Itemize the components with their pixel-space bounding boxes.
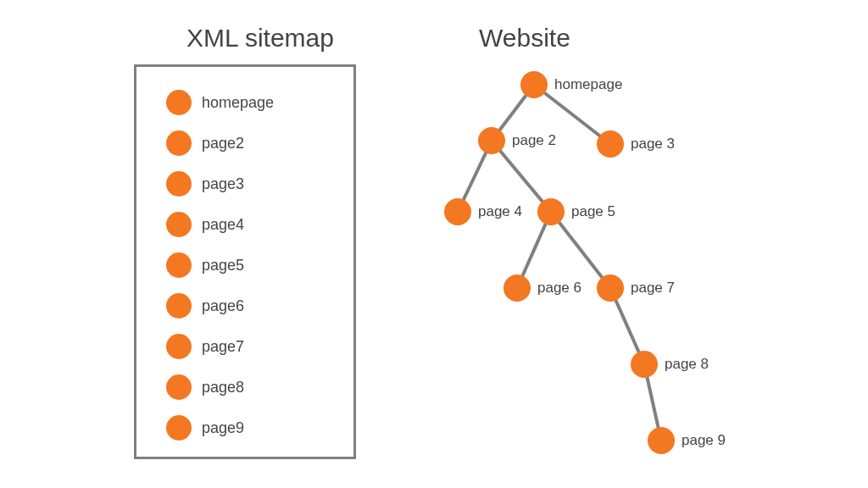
page-node-icon (166, 374, 192, 400)
list-item: page6 (166, 293, 244, 319)
page-node-icon (166, 415, 192, 441)
page-node-icon (166, 212, 192, 237)
list-item: page5 (166, 252, 244, 278)
tree-node-label: page 4 (478, 203, 522, 220)
list-item-label: page3 (202, 175, 244, 193)
tree-node-page4 (444, 198, 471, 225)
tree-node-label: page 2 (512, 132, 556, 149)
tree-node-page9 (648, 427, 675, 454)
list-item-label: page8 (202, 379, 244, 396)
tree-node-label: page 9 (682, 432, 726, 449)
list-item-label: page9 (202, 419, 244, 437)
tree-node-label: page 5 (571, 203, 615, 220)
list-item-label: page7 (202, 338, 244, 356)
tree-node-page8 (631, 351, 658, 378)
tree-node-label: homepage (554, 76, 622, 93)
list-item-label: homepage (202, 94, 274, 112)
tree-node-label: page 7 (631, 280, 675, 297)
tree-node-homepage (520, 71, 548, 98)
page-node-icon (166, 130, 192, 156)
diagram-stage: XML sitemap Website homepage page2 page3… (0, 0, 868, 488)
list-item: page9 (166, 415, 244, 441)
tree-node-page6 (504, 274, 531, 302)
page-node-icon (166, 293, 192, 319)
tree-node-page7 (597, 274, 624, 302)
list-item: page8 (166, 374, 244, 400)
tree-edges (0, 0, 868, 488)
list-item-label: page2 (202, 135, 244, 152)
tree-node-label: page 3 (631, 136, 675, 152)
list-item: page3 (166, 171, 244, 197)
list-item: page4 (166, 212, 244, 237)
page-node-icon (166, 252, 192, 278)
tree-node-label: page 8 (665, 356, 709, 373)
tree-node-page5 (537, 198, 565, 225)
list-item-label: page6 (202, 297, 244, 315)
list-item-label: page4 (202, 216, 244, 234)
website-title: Website (479, 24, 570, 53)
page-node-icon (166, 171, 192, 197)
list-item-label: page5 (202, 257, 244, 274)
page-node-icon (166, 334, 192, 359)
tree-node-page3 (597, 130, 624, 158)
list-item: page7 (166, 334, 244, 359)
list-item: homepage (166, 90, 274, 115)
list-item: page2 (166, 130, 244, 156)
sitemap-title: XML sitemap (186, 24, 334, 53)
tree-node-label: page 6 (537, 280, 581, 297)
page-node-icon (166, 90, 192, 115)
tree-node-page2 (478, 127, 505, 154)
